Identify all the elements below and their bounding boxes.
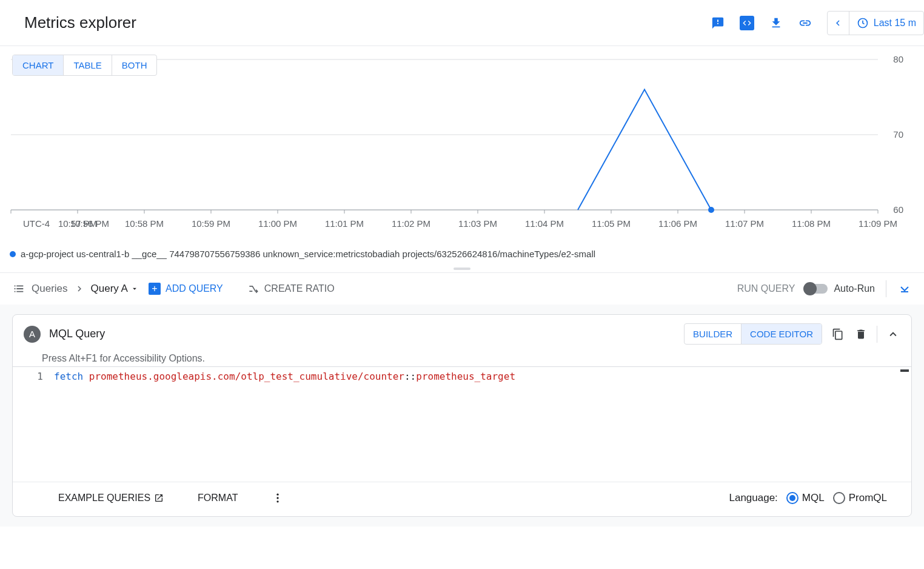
code-target: prometheus_target (416, 371, 515, 382)
footer-right: Language: MQL PromQL (729, 492, 887, 504)
download-icon[interactable] (769, 16, 783, 30)
query-footer: EXAMPLE QUERIES FORMAT Language: MQL (13, 482, 911, 516)
list-icon (12, 282, 25, 295)
feedback-icon[interactable] (711, 16, 725, 30)
radio-circle (786, 492, 798, 504)
query-header-right: BUILDER CODE EDITOR (684, 323, 900, 345)
toggle-thumb (803, 282, 817, 295)
merge-icon (247, 283, 259, 295)
queries-bar: Queries Query A + ADD QUERY CREATE RATIO… (0, 272, 924, 305)
minimap-mark (900, 369, 909, 372)
chart[interactable]: 607080UTC-410:57 PM10:58 PM10:59 PM11:00… (0, 53, 924, 246)
svg-text:UTC-4: UTC-4 (23, 218, 50, 229)
legend-row[interactable]: a-gcp-project us-central1-b __gce__ 7447… (0, 246, 924, 265)
svg-text:11:03 PM: 11:03 PM (458, 218, 497, 229)
language-label: Language: (729, 492, 777, 504)
autorun-label: Auto-Run (834, 283, 875, 294)
current-query-label: Query A (91, 283, 128, 295)
svg-point-38 (277, 494, 279, 496)
svg-text:60: 60 (893, 204, 903, 215)
svg-text:11:01 PM: 11:01 PM (325, 218, 364, 229)
clock-icon (857, 17, 869, 29)
builder-tab[interactable]: BUILDER (685, 324, 742, 344)
queries-left: Queries Query A + ADD QUERY CREATE RATIO (12, 282, 335, 295)
code-editor-tab[interactable]: CODE EDITOR (742, 324, 822, 344)
svg-point-39 (277, 497, 279, 499)
dropdown-arrow-icon (130, 284, 139, 293)
format-button[interactable]: FORMAT (198, 493, 238, 503)
add-query-label: ADD QUERY (166, 283, 223, 294)
autorun-toggle[interactable]: Auto-Run (806, 283, 875, 294)
copy-button[interactable] (831, 327, 845, 342)
tab-table[interactable]: TABLE (64, 55, 112, 75)
drag-handle[interactable] (0, 265, 924, 272)
tab-both[interactable]: BOTH (112, 55, 157, 75)
svg-text:11:00 PM: 11:00 PM (258, 218, 297, 229)
svg-text:11:04 PM: 11:04 PM (525, 218, 564, 229)
chart-area: CHART TABLE BOTH 607080UTC-410:57 PM10:5… (0, 46, 924, 272)
collapse-panel-button[interactable] (886, 327, 900, 342)
editor-mode-tabs: BUILDER CODE EDITOR (684, 323, 822, 345)
footer-left: EXAMPLE QUERIES FORMAT (58, 492, 284, 504)
accessibility-hint: Press Alt+F1 for Accessibility Options. (13, 353, 911, 366)
legend-label: a-gcp-project us-central1-b __gce__ 7447… (21, 249, 595, 259)
breadcrumb-root[interactable]: Queries (32, 283, 68, 295)
plus-icon: + (149, 283, 161, 295)
svg-text:70: 70 (893, 129, 903, 140)
time-range-picker: Last 15 m (827, 11, 924, 35)
more-button[interactable] (272, 492, 284, 504)
current-query-dropdown[interactable]: Query A (91, 283, 139, 295)
svg-text:11:08 PM: 11:08 PM (792, 218, 831, 229)
query-badge: A (24, 326, 41, 343)
radio-mql[interactable]: MQL (786, 492, 825, 504)
example-queries-button[interactable]: EXAMPLE QUERIES (58, 493, 164, 503)
add-query-button[interactable]: + ADD QUERY (149, 283, 223, 295)
drag-handle-bar (454, 268, 470, 270)
create-ratio-button[interactable]: CREATE RATIO (247, 283, 335, 295)
code-editor[interactable]: 1 fetch prometheus.googleapis.com/otlp_t… (13, 366, 911, 482)
radio-mql-label: MQL (802, 492, 825, 504)
toggle-track (806, 284, 828, 294)
svg-text:10:58 PM: 10:58 PM (125, 218, 164, 229)
time-range-button[interactable]: Last 15 m (849, 12, 923, 35)
chevron-right-icon (74, 283, 85, 294)
query-title: MQL Query (49, 328, 105, 340)
delete-button[interactable] (854, 327, 868, 342)
time-range-prev-button[interactable] (828, 12, 849, 35)
code-text[interactable]: fetch prometheus.googleapis.com/otlp_tes… (49, 367, 911, 482)
tab-chart[interactable]: CHART (13, 55, 64, 75)
chart-view-tabs: CHART TABLE BOTH (12, 55, 157, 76)
radio-promql-label: PromQL (849, 492, 887, 504)
svg-text:10:56 PM: 10:56 PM (70, 218, 109, 229)
code-keyword: fetch (54, 371, 83, 382)
queries-right: RUN QUERY Auto-Run (737, 280, 912, 297)
header-actions: Last 15 m (711, 11, 924, 35)
divider (877, 326, 877, 343)
collapse-all-button[interactable] (897, 281, 912, 297)
svg-text:11:05 PM: 11:05 PM (592, 218, 631, 229)
radio-promql[interactable]: PromQL (833, 492, 887, 504)
svg-text:10:59 PM: 10:59 PM (192, 218, 230, 229)
svg-text:80: 80 (893, 54, 903, 64)
open-new-icon (154, 493, 164, 503)
query-header-left: A MQL Query (24, 326, 105, 343)
svg-point-37 (708, 207, 714, 213)
query-wrap: A MQL Query BUILDER CODE EDITOR (0, 305, 924, 527)
divider (886, 280, 886, 297)
more-vert-icon (272, 492, 284, 504)
code-sep: :: (404, 371, 416, 382)
run-query-button[interactable]: RUN QUERY (737, 283, 795, 294)
legend-dot (10, 251, 16, 257)
format-label: FORMAT (198, 493, 238, 503)
code-icon[interactable] (740, 16, 754, 30)
queries-breadcrumb: Queries Query A (12, 282, 139, 295)
svg-text:11:09 PM: 11:09 PM (859, 218, 897, 229)
code-path: prometheus.googleapis.com/otlp_test_cumu… (89, 371, 404, 382)
line-gutter: 1 (13, 367, 49, 482)
link-icon[interactable] (798, 16, 812, 30)
header: Metrics explorer Last 15 m (0, 0, 924, 46)
query-card: A MQL Query BUILDER CODE EDITOR (12, 314, 912, 517)
svg-text:11:02 PM: 11:02 PM (392, 218, 430, 229)
radio-circle (833, 492, 845, 504)
page-title: Metrics explorer (24, 13, 136, 32)
